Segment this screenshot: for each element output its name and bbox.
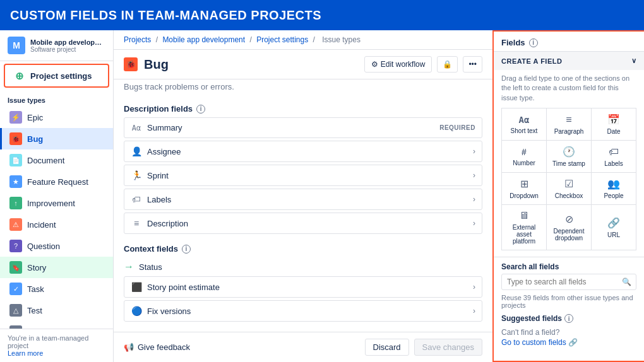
fix-versions-icon: 🔵: [131, 306, 142, 316]
sidebar-item-improvement[interactable]: ↑ Improvement: [0, 192, 113, 214]
breadcrumb-app-dev[interactable]: Mobile app development: [162, 35, 245, 44]
breadcrumb-projects[interactable]: Projects: [124, 35, 151, 44]
suggested-info-icon[interactable]: i: [564, 314, 573, 323]
sidebar-item-document[interactable]: 📄 Document: [0, 149, 113, 171]
status-row: → Status: [124, 257, 482, 276]
sidebar-footer: You're in a team-managed project Learn m…: [0, 329, 113, 362]
sidebar-project[interactable]: M Mobile app developme... Software proje…: [0, 30, 113, 61]
number-icon: #: [522, 147, 527, 157]
fields-panel-header: Fields i: [494, 32, 644, 52]
fix-versions-inner: 🔵 Fix versions: [131, 306, 191, 316]
learn-more-link[interactable]: Learn more: [8, 349, 43, 357]
sidebar-item-bug[interactable]: 🐞 Bug: [0, 128, 113, 149]
breadcrumb-sep2: /: [249, 35, 254, 44]
dependent-dropdown-icon: ⊘: [565, 213, 573, 225]
field-type-labels[interactable]: 🏷 Labels: [592, 141, 636, 172]
epic-icon: ⚡: [9, 111, 22, 124]
labels-field-label: Labels: [147, 195, 171, 204]
task-label: Task: [27, 284, 44, 294]
more-options-button[interactable]: •••: [463, 56, 482, 73]
field-type-date[interactable]: 📅 Date: [592, 108, 636, 140]
edit-workflow-label: Edit workflow: [381, 60, 426, 69]
context-fields-header: Context fields i: [124, 236, 482, 257]
external-asset-label: External asset platform: [504, 224, 544, 245]
breadcrumb-sep3: /: [313, 35, 318, 44]
breadcrumb-sep1: /: [156, 35, 160, 44]
field-type-checkbox[interactable]: ☑ Checkbox: [547, 173, 591, 204]
document-label: Document: [27, 156, 64, 165]
feedback-icon: 📢: [124, 342, 134, 352]
checkbox-icon: ☑: [564, 178, 573, 190]
labels-field-icon: 🏷: [131, 194, 142, 204]
sprint-chevron-icon: ›: [473, 171, 475, 180]
summary-field-icon: Aα: [131, 124, 142, 132]
create-field-label: CREATE A FIELD: [501, 57, 562, 65]
assignee-field-inner: 👤 Assignee: [131, 146, 181, 156]
sidebar-item-story[interactable]: 🔖 Story: [0, 257, 113, 278]
edit-workflow-button[interactable]: ⚙ Edit workflow: [364, 56, 432, 73]
fields-container: Description fields i Aα Summary REQUIRED…: [114, 96, 492, 332]
sidebar: M Mobile app developme... Software proje…: [0, 30, 114, 362]
sprint-field-icon: 🏃: [131, 170, 142, 180]
search-input[interactable]: [501, 274, 636, 290]
breadcrumb-project-settings[interactable]: Project settings: [256, 35, 308, 44]
epic-label: Epic: [27, 113, 43, 122]
assignee-field-row[interactable]: 👤 Assignee ›: [124, 141, 482, 162]
sidebar-item-test[interactable]: △ Test: [0, 300, 113, 321]
assignee-field-icon: 👤: [131, 146, 142, 156]
field-type-dropdown[interactable]: ⊞ Dropdown: [502, 173, 546, 204]
field-type-dependent-dropdown[interactable]: ⊘ Dependent dropdown: [547, 205, 591, 250]
sidebar-item-question[interactable]: ? Question: [0, 235, 113, 257]
bug-icon: 🐞: [9, 132, 22, 145]
incident-icon: ⚠: [9, 218, 22, 231]
bottom-actions: Discard Save changes: [365, 339, 482, 356]
date-label: Date: [607, 128, 620, 135]
create-field-section: CREATE A FIELD ∨ Drag a field type to on…: [494, 52, 644, 257]
sidebar-item-task[interactable]: ✓ Task: [0, 278, 113, 300]
field-type-people[interactable]: 👥 People: [592, 173, 636, 204]
sprint-field-row[interactable]: 🏃 Sprint ›: [124, 165, 482, 186]
description-fields-info-icon[interactable]: i: [196, 105, 205, 114]
labels-field-row[interactable]: 🏷 Labels ›: [124, 189, 482, 210]
bug-label: Bug: [27, 134, 43, 144]
story-label: Story: [27, 263, 46, 272]
field-type-url[interactable]: 🔗 URL: [592, 205, 636, 250]
incident-label: Incident: [27, 220, 56, 230]
description-field-row[interactable]: ≡ Description ›: [124, 213, 482, 234]
discard-button[interactable]: Discard: [365, 339, 409, 356]
issue-types-section-label: Issue types: [0, 90, 113, 107]
short-text-icon: Aα: [519, 115, 530, 125]
checkbox-label: Checkbox: [555, 192, 583, 199]
field-type-time-stamp[interactable]: 🕐 Time stamp: [547, 141, 591, 172]
sidebar-item-project-settings[interactable]: ⊕ Project settings: [5, 65, 108, 86]
fix-versions-row[interactable]: 🔵 Fix versions ›: [124, 300, 482, 322]
go-to-custom-link[interactable]: Go to custom fields 🔗: [501, 338, 636, 347]
lock-button[interactable]: 🔒: [437, 56, 458, 73]
sidebar-item-incident[interactable]: ⚠ Incident: [0, 214, 113, 235]
field-type-paragraph[interactable]: ≡ Paragraph: [547, 108, 591, 140]
feedback-link[interactable]: 📢 Give feedback: [124, 342, 190, 352]
cant-find-label: Can't find a field?: [501, 328, 636, 337]
number-label: Number: [513, 160, 535, 166]
fields-panel-info-icon[interactable]: i: [529, 38, 538, 47]
sprint-field-label: Sprint: [147, 171, 169, 180]
field-type-number[interactable]: # Number: [502, 141, 546, 172]
field-type-short-text[interactable]: Aα Short text: [502, 108, 546, 140]
description-field-inner: ≡ Description: [131, 218, 188, 228]
field-type-external-asset[interactable]: 🖥 External asset platform: [502, 205, 546, 250]
issue-type-name: Bug: [144, 57, 169, 72]
bug-type-icon: 🐞: [124, 57, 138, 71]
fields-panel-title: Fields: [501, 38, 525, 47]
context-fields-info-icon[interactable]: i: [182, 245, 191, 254]
issue-header: 🐞 Bug ⚙ Edit workflow 🔒 •••: [114, 50, 492, 79]
dropdown-label: Dropdown: [510, 192, 539, 199]
sidebar-item-epic[interactable]: ⚡ Epic: [0, 107, 113, 128]
save-changes-button[interactable]: Save changes: [414, 339, 482, 356]
issue-title: 🐞 Bug: [124, 57, 169, 72]
url-icon: 🔗: [607, 217, 620, 229]
create-field-header[interactable]: CREATE A FIELD ∨: [494, 52, 644, 70]
sidebar-item-feature-request[interactable]: ★ Feature Request: [0, 171, 113, 192]
story-icon: 🔖: [9, 261, 22, 274]
story-point-estimate-row[interactable]: ⬛ Story point estimate ›: [124, 276, 482, 298]
banner: CUSTOM FIELDS IN TEAM-MANAGED PROJECTS: [0, 0, 644, 30]
